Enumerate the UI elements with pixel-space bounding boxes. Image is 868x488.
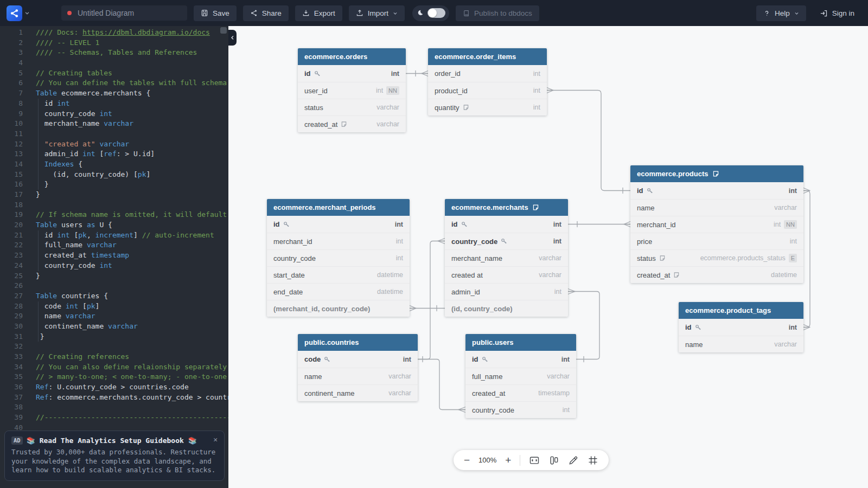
code-line[interactable]: Ref: ecommerce.merchants.country_code > … [36, 393, 228, 403]
table-ecommerce-order-items[interactable]: ecommerce.order_itemsorder_idintproduct_… [428, 48, 547, 115]
table-header[interactable]: ecommerce.merchant_periods [267, 199, 410, 216]
highlighter-button[interactable] [568, 455, 579, 466]
code-line[interactable] [36, 402, 228, 413]
editor-code[interactable]: //// Docs: https://dbml.dbdiagram.io/doc… [24, 28, 228, 433]
table-public-countries[interactable]: public.countriescodeintnamevarcharcontin… [298, 334, 418, 401]
code-line[interactable]: full_name varchar [36, 240, 228, 251]
share-button[interactable]: Share [243, 5, 289, 21]
code-line[interactable]: //--------------------------------------… [36, 413, 228, 423]
field-row-price[interactable]: priceint [630, 233, 803, 249]
table-header[interactable]: ecommerce.order_items [428, 48, 547, 65]
field-row-id[interactable]: idint [679, 319, 803, 336]
code-line[interactable]: continent_name varchar [36, 322, 228, 332]
code-line[interactable]: //// Docs: https://dbml.dbdiagram.io/doc… [36, 28, 228, 38]
code-line[interactable]: code int [pk] [36, 301, 228, 312]
ad-title[interactable]: 📚 Read The Analytics Setup Guidebook 📚 [27, 436, 197, 445]
table-ecommerce-orders[interactable]: ecommerce.ordersidintuser_idintNNstatusv… [298, 48, 406, 132]
code-line[interactable]: // You can also define relaionship separ… [36, 362, 228, 373]
code-line[interactable]: } [36, 179, 228, 190]
field-row-code[interactable]: codeint [298, 351, 418, 368]
toggle-track[interactable] [427, 8, 445, 18]
publish-dbdocs-button[interactable]: Publish to dbdocs [456, 5, 539, 21]
editor-collapse-button[interactable] [228, 30, 237, 46]
field-row-merchant-name[interactable]: merchant_namevarchar [445, 249, 568, 266]
diagram-canvas[interactable]: ecommerce.ordersidintuser_idintNNstatusv… [228, 26, 868, 488]
code-line[interactable]: created_at timestamp [36, 251, 228, 261]
field-row-created-at[interactable]: created_attimestamp [465, 384, 576, 401]
code-line[interactable]: // Creating tables [36, 68, 228, 79]
code-line[interactable]: // Creating references [36, 352, 228, 362]
field-row-name[interactable]: namevarchar [630, 199, 803, 216]
field-row-country-code[interactable]: country_codeint [267, 249, 410, 266]
table-ecommerce-merchants[interactable]: ecommerce.merchantsidintcountry_codeintm… [445, 199, 568, 317]
dbml-code-editor[interactable]: 1234567891011121314151617181920212223242… [0, 26, 228, 488]
code-line[interactable]: } [36, 190, 228, 200]
code-line[interactable]: id int [pk, increment] // auto-increment [36, 230, 228, 241]
code-line[interactable]: country_code int [36, 109, 228, 119]
code-line[interactable]: "created at" varchar [36, 139, 228, 150]
zoom-out-button[interactable]: − [464, 455, 470, 465]
code-line[interactable]: // > many-to-one; < one-to-many; - one-t… [36, 372, 228, 382]
field-row-id[interactable]: idint [267, 216, 410, 233]
field-row-name[interactable]: namevarchar [679, 336, 803, 352]
table-header[interactable]: ecommerce.products [630, 165, 803, 182]
field-row-id[interactable]: idint [465, 351, 576, 368]
help-button[interactable]: Help [756, 5, 806, 21]
code-line[interactable]: } [36, 271, 228, 281]
logo-dropdown-caret-icon[interactable] [24, 10, 30, 16]
ad-banner[interactable]: AD 📚 Read The Analytics Setup Guidebook … [4, 431, 225, 481]
code-line[interactable]: merchant_name varchar [36, 119, 228, 129]
code-line[interactable]: country_code int [36, 261, 228, 271]
table-header[interactable]: ecommerce.merchants [445, 199, 568, 216]
field-row-quantity[interactable]: quantityint [428, 99, 547, 115]
field-row-id[interactable]: idint [298, 65, 406, 82]
field-row-name[interactable]: namevarchar [298, 368, 418, 384]
field-row--merchant-id-country-code-[interactable]: (merchant_id, country_code) [267, 300, 410, 317]
zoom-in-button[interactable]: + [505, 455, 511, 465]
code-line[interactable]: } [36, 332, 228, 342]
editor-scrollbar-thumb[interactable] [220, 27, 227, 34]
export-button[interactable]: Export [295, 5, 342, 21]
field-row-created-at[interactable]: created_atdatetime [630, 266, 803, 283]
table-public-users[interactable]: public.usersidintfull_namevarcharcreated… [465, 334, 576, 418]
code-line[interactable]: id int [36, 99, 228, 109]
import-button[interactable]: Import [349, 5, 405, 21]
sign-in-button[interactable]: Sign in [813, 5, 861, 21]
fit-to-screen-button[interactable] [529, 455, 540, 466]
code-line[interactable]: admin_id int [ref: > U.id] [36, 149, 228, 159]
field-row-full-name[interactable]: full_namevarchar [465, 368, 576, 384]
code-line[interactable]: //// -- LEVEL 1 [36, 38, 228, 48]
field-row-order-id[interactable]: order_idint [428, 65, 547, 82]
code-line[interactable] [36, 129, 228, 139]
code-line[interactable]: Table users as U { [36, 220, 228, 230]
table-ecommerce-product-tags[interactable]: ecommerce.product_tagsidintnamevarchar [679, 302, 803, 352]
code-line[interactable] [36, 342, 228, 352]
auto-arrange-button[interactable] [548, 455, 559, 466]
field-row-product-id[interactable]: product_idint [428, 82, 547, 99]
field-row-country-code[interactable]: country_codeint [445, 233, 568, 249]
code-line[interactable]: Table countries { [36, 291, 228, 301]
field-row-country-code[interactable]: country_codeint [465, 401, 576, 418]
field-row-created-at[interactable]: created_atvarchar [298, 115, 406, 132]
code-line[interactable] [36, 200, 228, 210]
code-line[interactable]: Indexes { [36, 159, 228, 170]
table-header[interactable]: public.countries [298, 334, 418, 351]
table-ecommerce-merchant-periods[interactable]: ecommerce.merchant_periodsidintmerchant_… [267, 199, 410, 317]
field-row-end-date[interactable]: end_datedatetime [267, 283, 410, 300]
code-line[interactable]: // You can define the tables with full s… [36, 78, 228, 88]
field-row-merchant-id[interactable]: merchant_idint [267, 233, 410, 249]
code-line[interactable] [36, 58, 228, 68]
field-row-merchant-id[interactable]: merchant_idintNN [630, 216, 803, 233]
ad-close-icon[interactable]: ✕ [213, 436, 218, 443]
field-row-id[interactable]: idint [445, 216, 568, 233]
table-header[interactable]: ecommerce.orders [298, 48, 406, 65]
code-line[interactable] [36, 281, 228, 291]
field-row-start-date[interactable]: start_datedatetime [267, 266, 410, 283]
code-line[interactable]: (id, country_code) [pk] [36, 170, 228, 180]
code-line[interactable]: Ref: U.country_code > countries.code [36, 382, 228, 393]
field-row-created-at[interactable]: created atvarchar [445, 266, 568, 283]
diagram-title-field[interactable] [61, 5, 187, 21]
diagram-title-input[interactable] [76, 8, 181, 18]
code-line[interactable]: Table ecommerce.merchants { [36, 88, 228, 99]
code-line[interactable]: name varchar [36, 311, 228, 322]
